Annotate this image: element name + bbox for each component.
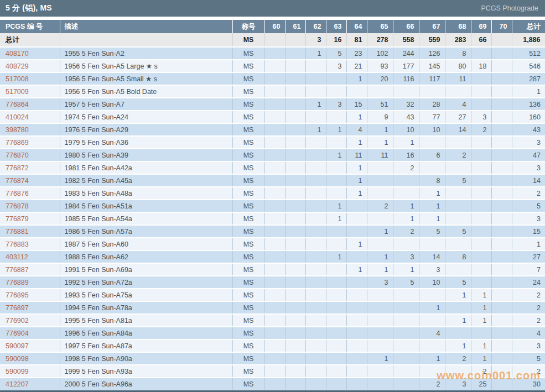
column-header-69: 69 <box>471 20 491 33</box>
grade-cell-63: 1 <box>326 123 346 136</box>
total-cell: 14 <box>512 174 545 187</box>
grade-cell-66: 177 <box>393 60 419 72</box>
grade-cell-68: 1 <box>445 314 471 327</box>
grade-cell-66 <box>393 238 419 250</box>
grade-cell-61 <box>285 98 305 111</box>
grade-cell-60 <box>264 111 285 123</box>
grade-cell-68: 1 <box>445 289 471 301</box>
grade-cell-67: 117 <box>419 72 445 85</box>
table-row: 7768971994 5 Fen Sun-A78aMS112 <box>0 301 545 314</box>
pcgs-number-link[interactable]: 776876 <box>0 187 60 200</box>
grade-cell-67 <box>419 314 445 327</box>
grade-cell-61 <box>285 136 305 149</box>
total-cell: 7 <box>512 263 545 276</box>
grade-cell-70 <box>491 47 512 60</box>
pcgs-number-link[interactable]: 776889 <box>0 276 60 289</box>
grade-cell-66 <box>393 301 419 314</box>
pcgs-number-link[interactable]: 776902 <box>0 314 60 327</box>
table-row: 5900971997 5 Fen Sun-A87aMS113 <box>0 339 545 352</box>
designation-cell: MS <box>232 72 264 85</box>
grade-cell-67: 77 <box>419 111 445 123</box>
grade-cell-70 <box>491 327 512 339</box>
grade-cell-63: 3 <box>326 98 346 111</box>
pcgs-number-link[interactable]: 410024 <box>0 111 60 123</box>
grade-cell-69 <box>471 136 491 149</box>
table-header-row: PCGS 编 号描述称号6061626364656667686970总计 <box>0 20 545 33</box>
pcgs-number-link[interactable]: 517009 <box>0 85 60 98</box>
pcgs-number-link[interactable]: 776872 <box>0 161 60 174</box>
grade-cell-70 <box>491 276 512 289</box>
population-table: PCGS 编 号描述称号6061626364656667686970总计 总计M… <box>0 20 545 391</box>
pcgs-number-link[interactable]: 776904 <box>0 327 60 339</box>
pcgs-number-link[interactable]: 776874 <box>0 174 60 187</box>
grade-cell-65: 20 <box>367 72 393 85</box>
grade-cell-64: 21 <box>346 60 367 72</box>
grade-cell-70 <box>491 187 512 200</box>
grade-cell-65 <box>367 238 393 250</box>
pcgs-number-link[interactable]: 776883 <box>0 238 60 250</box>
grade-cell-61 <box>285 72 305 85</box>
pcgs-number-link[interactable]: 776895 <box>0 289 60 301</box>
pcgs-number-link[interactable]: 776878 <box>0 200 60 212</box>
grade-cell-66: 116 <box>393 72 419 85</box>
description-cell: 1955 5 Fen Sun-A2 <box>60 47 232 60</box>
total-row: 总计MS31681278558559283661,886 <box>0 33 545 47</box>
grade-cell-65 <box>367 187 393 200</box>
grade-cell-65: 1 <box>367 123 393 136</box>
grade-cell-68: 14 <box>445 123 471 136</box>
designation-cell: MS <box>232 174 264 187</box>
grade-cell-70 <box>491 314 512 327</box>
table-row: 4087291956 5 Fen Sun-A5 Large ★ sMS32193… <box>0 60 545 72</box>
designation-cell: MS <box>232 85 264 98</box>
grade-cell-69 <box>471 327 491 339</box>
pcgs-number-link[interactable]: 776887 <box>0 263 60 276</box>
pcgs-number-link[interactable]: 590098 <box>0 352 60 365</box>
grade-cell-66 <box>393 314 419 327</box>
designation-cell: MS <box>232 378 264 390</box>
grade-cell-65 <box>367 365 393 378</box>
pcgs-number-link[interactable]: 408170 <box>0 47 60 60</box>
pcgs-photograde-link[interactable]: PCGS Photograde <box>481 4 538 12</box>
grade-cell-61 <box>285 365 305 378</box>
pcgs-number-link[interactable]: 408729 <box>0 60 60 72</box>
grade-cell-68: 27 <box>445 111 471 123</box>
pcgs-number-link[interactable]: 776864 <box>0 98 60 111</box>
total-cell: 287 <box>512 72 545 85</box>
grade-cell-62 <box>305 174 326 187</box>
grade-cell-66 <box>393 352 419 365</box>
grade-cell-70 <box>491 301 512 314</box>
grade-cell-67: 5 <box>419 225 445 238</box>
pcgs-number-link[interactable]: 776881 <box>0 225 60 238</box>
total-cell: 546 <box>512 60 545 72</box>
grade-cell-63 <box>326 187 346 200</box>
pcgs-number-link[interactable]: 412207 <box>0 378 60 390</box>
grade-cell-65 <box>367 289 393 301</box>
description-cell: 1980 5 Fen Sun-A39 <box>60 149 232 161</box>
description-cell: 1995 5 Fen Sun-A81a <box>60 314 232 327</box>
table-row: 7768641957 5 Fen Sun-A7MS13155132284136 <box>0 98 545 111</box>
grade-cell-63: 1 <box>326 212 346 225</box>
grade-cell-61 <box>285 47 305 60</box>
grade-cell-65: 1 <box>367 225 393 238</box>
page-title: 5 分 (铝), MS <box>6 3 52 13</box>
grade-cell-69 <box>471 212 491 225</box>
description-cell: 1984 5 Fen Sun-A51a <box>60 200 232 212</box>
pcgs-number-link[interactable]: 403112 <box>0 250 60 263</box>
pcgs-number-link[interactable]: 776897 <box>0 301 60 314</box>
pcgs-number-link[interactable]: 517008 <box>0 72 60 85</box>
pcgs-number-link[interactable]: 776869 <box>0 136 60 149</box>
pcgs-number-link[interactable]: 398780 <box>0 123 60 136</box>
total-label: 总计 <box>0 33 60 47</box>
pcgs-number-link[interactable]: 776879 <box>0 212 60 225</box>
total-cell: 5 <box>512 200 545 212</box>
grade-cell-62 <box>305 289 326 301</box>
table-row: 7768811986 5 Fen Sun-A57aMS125515 <box>0 225 545 238</box>
pcgs-number-link[interactable]: 776870 <box>0 149 60 161</box>
pcgs-number-link[interactable]: 590097 <box>0 339 60 352</box>
grade-cell-60 <box>264 301 285 314</box>
grade-cell-64: 81 <box>346 33 367 47</box>
pcgs-number-link[interactable]: 590099 <box>0 365 60 378</box>
grade-cell-67 <box>419 365 445 378</box>
grade-cell-69: 18 <box>471 60 491 72</box>
total-cell: 136 <box>512 98 545 111</box>
